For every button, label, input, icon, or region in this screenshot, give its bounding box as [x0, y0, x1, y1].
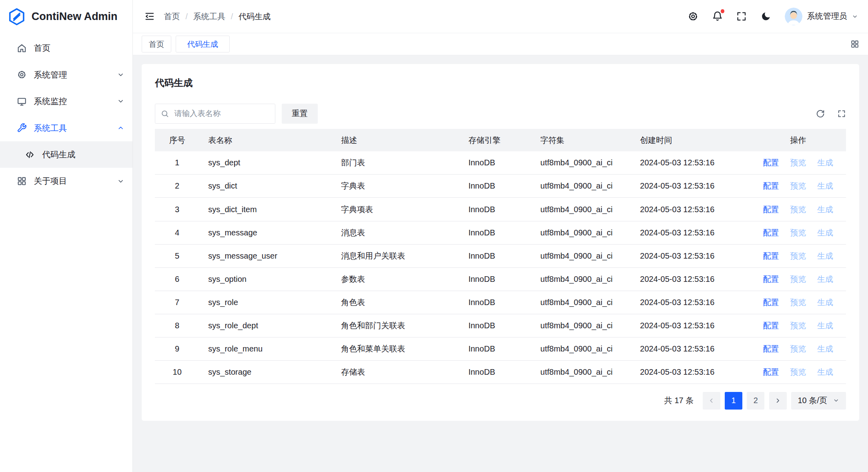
cell-created-at: 2024-05-03 12:53:16 [631, 314, 750, 337]
dark-mode-button[interactable] [760, 11, 772, 22]
cell-description: 角色表 [332, 291, 459, 314]
breadcrumb-system-tools[interactable]: 系统工具 [193, 11, 225, 22]
configure-link[interactable]: 配置 [763, 368, 779, 376]
preview-link[interactable]: 预览 [790, 298, 806, 307]
monitor-icon [17, 96, 27, 106]
sidebar-item-home[interactable]: 首页 [0, 35, 132, 61]
home-icon [17, 43, 27, 53]
cell-charset: utf8mb4_0900_ai_ci [531, 221, 631, 244]
cell-actions: 配置 预览 生成 [750, 198, 846, 221]
sidebar-item-code-generation[interactable]: 代码生成 [0, 141, 132, 168]
refresh-icon [816, 109, 825, 118]
search-input[interactable] [155, 104, 275, 124]
preview-link[interactable]: 预览 [790, 158, 806, 167]
table-fullscreen-button[interactable] [837, 109, 846, 118]
cell-charset: utf8mb4_0900_ai_ci [531, 175, 631, 198]
generate-link[interactable]: 生成 [817, 344, 833, 353]
configure-link[interactable]: 配置 [763, 251, 779, 260]
user-name: 系统管理员 [807, 11, 847, 22]
cell-created-at: 2024-05-03 12:53:16 [631, 291, 750, 314]
pagination-next-button[interactable] [769, 392, 787, 410]
cell-engine: InnoDB [459, 244, 531, 267]
sidebar-item-label: 关于项目 [34, 175, 117, 187]
preview-link[interactable]: 预览 [790, 368, 806, 376]
pagination-page-2-button[interactable]: 2 [747, 392, 764, 410]
cell-created-at: 2024-05-03 12:53:16 [631, 267, 750, 291]
generate-link[interactable]: 生成 [817, 205, 833, 214]
cell-charset: utf8mb4_0900_ai_ci [531, 361, 631, 384]
fullscreen-icon [736, 11, 747, 22]
preview-link[interactable]: 预览 [790, 205, 806, 214]
tables-table: 序号 表名称 描述 存储引擎 字符集 创建时间 操作 1 sys_dept 部门… [155, 129, 846, 384]
search-box [155, 104, 275, 124]
cell-engine: InnoDB [459, 175, 531, 198]
tab-actions-button[interactable] [850, 40, 859, 48]
table-row: 8 sys_role_dept 角色和部门关联表 InnoDB utf8mb4_… [155, 314, 846, 337]
main-column: 首页 / 系统工具 / 代码生成 [133, 0, 868, 472]
cell-index: 6 [155, 267, 199, 291]
configure-link[interactable]: 配置 [763, 275, 779, 283]
generate-link[interactable]: 生成 [817, 275, 833, 283]
table-row: 1 sys_dept 部门表 InnoDB utf8mb4_0900_ai_ci… [155, 151, 846, 175]
table-row: 9 sys_role_menu 角色和菜单关联表 InnoDB utf8mb4_… [155, 337, 846, 361]
reset-button[interactable]: 重置 [282, 104, 318, 124]
settings-button[interactable] [688, 11, 699, 22]
cell-description: 角色和菜单关联表 [332, 337, 459, 361]
generate-link[interactable]: 生成 [817, 298, 833, 307]
logo[interactable]: ContiNew Admin [0, 0, 132, 33]
configure-link[interactable]: 配置 [763, 228, 779, 237]
collapse-sidebar-button[interactable] [144, 11, 155, 22]
cell-created-at: 2024-05-03 12:53:16 [631, 337, 750, 361]
sidebar-item-system-management[interactable]: 系统管理 [0, 62, 132, 88]
tab-home[interactable]: 首页 [142, 36, 171, 52]
generate-link[interactable]: 生成 [817, 158, 833, 167]
chevron-left-icon [708, 397, 715, 404]
table-row: 3 sys_dict_item 字典项表 InnoDB utf8mb4_0900… [155, 198, 846, 221]
apps-icon [17, 176, 27, 186]
breadcrumb-separator: / [185, 12, 188, 21]
chevron-down-icon [117, 177, 124, 185]
breadcrumb-home[interactable]: 首页 [164, 11, 180, 22]
configure-link[interactable]: 配置 [763, 321, 779, 330]
cell-description: 消息表 [332, 221, 459, 244]
sidebar-item-system-tools[interactable]: 系统工具 [0, 114, 132, 141]
configure-link[interactable]: 配置 [763, 298, 779, 307]
configure-link[interactable]: 配置 [763, 181, 779, 190]
preview-link[interactable]: 预览 [790, 251, 806, 260]
cell-description: 字典项表 [332, 198, 459, 221]
generate-link[interactable]: 生成 [817, 181, 833, 190]
toolbar: 重置 [155, 104, 846, 124]
tab-code-generation[interactable]: 代码生成 [176, 36, 230, 52]
generate-link[interactable]: 生成 [817, 228, 833, 237]
preview-link[interactable]: 预览 [790, 275, 806, 283]
sidebar-item-system-monitor[interactable]: 系统监控 [0, 88, 132, 114]
chevron-up-icon [117, 124, 124, 132]
cell-engine: InnoDB [459, 337, 531, 361]
configure-link[interactable]: 配置 [763, 344, 779, 353]
sidebar: ContiNew Admin 首页 系统管理 系统监控 系统工具 [0, 0, 133, 472]
chevron-right-icon [774, 397, 782, 404]
refresh-button[interactable] [816, 109, 825, 118]
user-menu[interactable]: 系统管理员 [785, 8, 858, 25]
pagination-prev-button[interactable] [703, 392, 720, 410]
configure-link[interactable]: 配置 [763, 205, 779, 214]
cell-actions: 配置 预览 生成 [750, 221, 846, 244]
generate-link[interactable]: 生成 [817, 251, 833, 260]
preview-link[interactable]: 预览 [790, 321, 806, 330]
notifications-button[interactable] [712, 11, 723, 22]
sidebar-menu: 首页 系统管理 系统监控 系统工具 代码生成 [0, 33, 132, 195]
preview-link[interactable]: 预览 [790, 228, 806, 237]
page-size-select[interactable]: 10 条/页 [791, 392, 846, 410]
table-row: 2 sys_dict 字典表 InnoDB utf8mb4_0900_ai_ci… [155, 175, 846, 198]
sidebar-item-about-project[interactable]: 关于项目 [0, 168, 132, 194]
generate-link[interactable]: 生成 [817, 368, 833, 376]
preview-link[interactable]: 预览 [790, 344, 806, 353]
configure-link[interactable]: 配置 [763, 158, 779, 167]
pagination-page-1-button[interactable]: 1 [725, 392, 742, 410]
generate-link[interactable]: 生成 [817, 321, 833, 330]
column-header-created-at: 创建时间 [631, 129, 750, 151]
preview-link[interactable]: 预览 [790, 181, 806, 190]
fullscreen-button[interactable] [736, 11, 747, 22]
cell-created-at: 2024-05-03 12:53:16 [631, 198, 750, 221]
cell-created-at: 2024-05-03 12:53:16 [631, 361, 750, 384]
